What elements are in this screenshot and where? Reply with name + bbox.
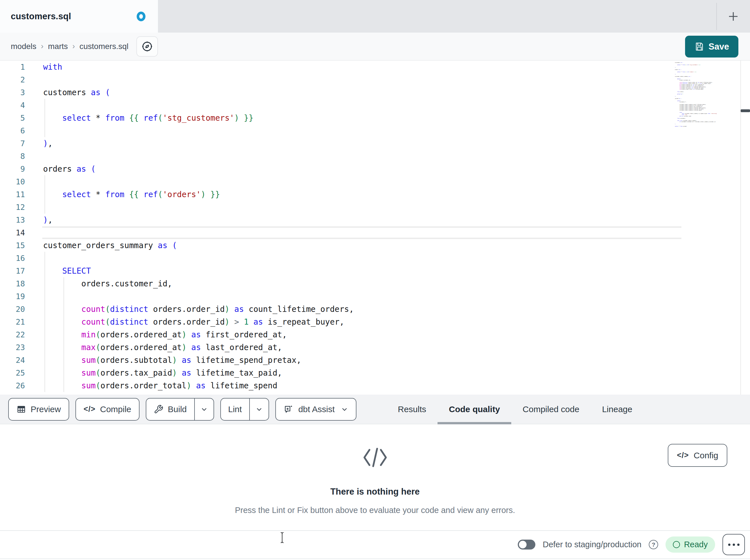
status-ring-icon xyxy=(673,541,680,548)
code-line-1[interactable]: 1with xyxy=(0,61,750,74)
line-number: 20 xyxy=(0,303,31,315)
file-tab-title: customers.sql xyxy=(11,11,71,22)
compile-button-label: Compile xyxy=(100,405,131,414)
code-line-7[interactable]: 7), xyxy=(0,137,750,150)
code-line-17[interactable]: 17 SELECT xyxy=(0,265,750,277)
breadcrumb-marts[interactable]: marts xyxy=(48,42,68,51)
code-line-12[interactable]: 12 xyxy=(0,201,750,213)
toggle-knob xyxy=(519,541,527,548)
build-split-button: Build xyxy=(146,398,214,421)
code-line-9[interactable]: 9orders as ( xyxy=(0,163,750,175)
code-line-23[interactable]: 23 max(orders.ordered_at) as last_ordere… xyxy=(0,341,750,354)
editor-scrollbar-thumb[interactable] xyxy=(741,109,750,112)
line-number: 3 xyxy=(0,86,31,99)
tab-results[interactable]: Results xyxy=(387,395,437,424)
breadcrumb-models[interactable]: models xyxy=(11,42,36,51)
preview-button[interactable]: Preview xyxy=(8,398,69,421)
line-number: 24 xyxy=(0,354,31,367)
code-line-24[interactable]: 24 sum(orders.subtotal) as lifetime_spen… xyxy=(0,354,750,367)
code-line-14[interactable]: 14 xyxy=(0,226,750,239)
line-number: 12 xyxy=(0,201,31,213)
indent-guide xyxy=(44,252,45,392)
line-number: 10 xyxy=(0,175,31,188)
line-number: 18 xyxy=(0,277,31,290)
code-line-4[interactable]: 4 xyxy=(0,99,750,111)
code-line-3[interactable]: 3customers as ( xyxy=(0,86,750,99)
code-line-10[interactable]: 10 xyxy=(0,175,750,188)
tab-strip-divider xyxy=(716,3,717,30)
code-icon: </> xyxy=(84,405,96,414)
chevron-down-icon xyxy=(200,406,208,413)
more-options-button[interactable] xyxy=(723,534,745,555)
line-number: 23 xyxy=(0,341,31,354)
ready-status-label: Ready xyxy=(684,540,708,549)
lint-button[interactable]: Lint xyxy=(221,398,249,420)
tab-code-quality[interactable]: Code quality xyxy=(437,395,511,424)
line-number: 11 xyxy=(0,188,31,201)
code-line-19[interactable]: 19 xyxy=(0,290,750,303)
lint-dropdown-button[interactable] xyxy=(249,398,269,420)
help-icon[interactable]: ? xyxy=(649,540,658,549)
code-line-11[interactable]: 11 select * from {{ ref('orders') }} xyxy=(0,188,750,201)
result-tabs: Results Code quality Compiled code Linea… xyxy=(387,395,644,424)
code-quality-panel: There is nothing here Press the Lint or … xyxy=(0,424,750,530)
code-line-21[interactable]: 21 count(distinct orders.order_id) > 1 a… xyxy=(0,315,750,328)
code-line-8[interactable]: 8 xyxy=(0,150,750,163)
ready-status-badge: Ready xyxy=(666,537,715,553)
code-line-22[interactable]: 22 min(orders.ordered_at) as first_order… xyxy=(0,328,750,341)
dot xyxy=(737,544,739,546)
floppy-disk-icon xyxy=(694,42,704,51)
build-dropdown-button[interactable] xyxy=(194,398,214,420)
line-number: 17 xyxy=(0,265,31,277)
tab-lineage[interactable]: Lineage xyxy=(591,395,644,424)
lint-button-label: Lint xyxy=(228,405,242,414)
indent-guide xyxy=(44,99,45,137)
ibeam-mouse-cursor xyxy=(280,532,285,544)
dot xyxy=(733,544,735,546)
line-number: 6 xyxy=(0,124,31,137)
code-icon: </> xyxy=(677,451,689,460)
dbt-assist-button[interactable]: dbt Assist xyxy=(275,398,356,421)
file-tab-customers-sql[interactable]: customers.sql xyxy=(0,0,158,33)
breadcrumb-current-file[interactable]: customers.sql xyxy=(79,42,129,51)
breadcrumb-row: models › marts › customers.sql Save xyxy=(0,33,750,61)
code-lines: 1with23customers as (45 select * from {{… xyxy=(0,61,750,392)
preview-button-label: Preview xyxy=(31,405,61,414)
code-line-2[interactable]: 2 xyxy=(0,74,750,86)
code-line-26[interactable]: 26 sum(orders.order_total) as lifetime_s… xyxy=(0,379,750,392)
minimap[interactable]: withcustomers as ( select * from {{ ref(… xyxy=(675,61,739,127)
config-button[interactable]: </> Config xyxy=(668,444,727,467)
code-line-15[interactable]: 15customer_orders_summary as ( xyxy=(0,239,750,252)
code-editor[interactable]: 1with23customers as (45 select * from {{… xyxy=(0,61,750,395)
code-line-20[interactable]: 20 count(distinct orders.order_id) as co… xyxy=(0,303,750,315)
save-button[interactable]: Save xyxy=(685,36,738,58)
code-line-5[interactable]: 5 select * from {{ ref('stg_customers') … xyxy=(0,111,750,124)
line-number: 25 xyxy=(0,367,31,379)
code-brackets-icon xyxy=(362,447,388,469)
dbt-assist-chevron[interactable] xyxy=(341,406,348,413)
tab-compiled-code[interactable]: Compiled code xyxy=(511,395,591,424)
wrench-icon xyxy=(154,405,163,414)
compile-button[interactable]: </> Compile xyxy=(75,398,139,421)
line-number: 1 xyxy=(0,61,31,74)
line-number: 9 xyxy=(0,163,31,175)
breadcrumb-separator: › xyxy=(41,42,43,51)
line-number: 13 xyxy=(0,213,31,226)
code-line-6[interactable]: 6 xyxy=(0,124,750,137)
unsaved-changes-dot-icon xyxy=(137,12,145,21)
explore-lineage-button[interactable] xyxy=(136,36,158,57)
chevron-down-icon xyxy=(341,406,348,413)
defer-toggle[interactable] xyxy=(518,540,535,549)
line-number: 19 xyxy=(0,290,31,303)
code-line-18[interactable]: 18 orders.customer_id, xyxy=(0,277,750,290)
line-number: 14 xyxy=(0,226,31,239)
config-button-label: Config xyxy=(694,451,718,460)
new-tab-button[interactable] xyxy=(726,9,741,24)
lint-split-button: Lint xyxy=(220,398,269,421)
code-line-13[interactable]: 13), xyxy=(0,213,750,226)
code-line-16[interactable]: 16 xyxy=(0,252,750,265)
build-button[interactable]: Build xyxy=(146,398,194,420)
code-line-25[interactable]: 25 sum(orders.tax_paid) as lifetime_tax_… xyxy=(0,367,750,379)
line-number: 4 xyxy=(0,99,31,111)
line-number: 26 xyxy=(0,379,31,392)
